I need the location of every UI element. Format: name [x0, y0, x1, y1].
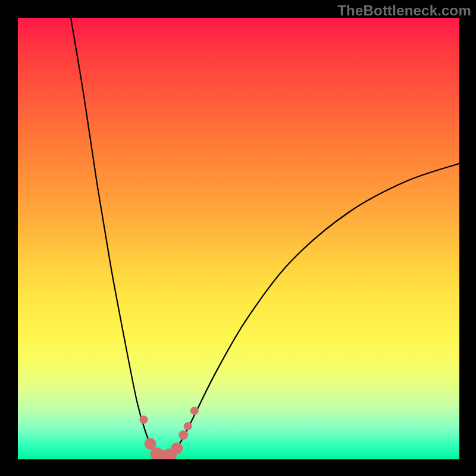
watermark-text: TheBottleneck.com: [337, 2, 471, 19]
bottleneck-curve: [71, 18, 459, 457]
chart-plot-area: [18, 18, 459, 459]
marker-dot: [190, 406, 199, 415]
marker-dot: [171, 442, 183, 454]
chart-svg: [18, 18, 459, 459]
marker-dot: [178, 430, 188, 440]
chart-frame: TheBottleneck.com: [0, 0, 476, 476]
marker-dot: [139, 415, 148, 424]
marker-dot: [184, 422, 192, 430]
markers-group: [139, 406, 198, 459]
